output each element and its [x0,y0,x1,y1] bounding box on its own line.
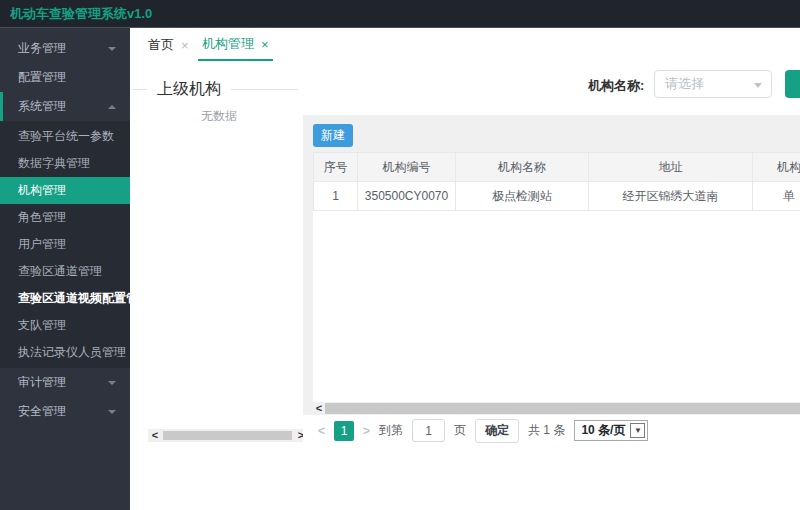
parent-org-legend: 上级机构 [133,80,298,98]
chevron-down-icon [754,83,762,88]
org-table: 序号 机构编号 机构名称 地址 机构 1 350500CY0070 极点检测站 … [313,152,800,211]
col-header-org-name: 机构名称 [456,153,589,182]
cell-seq: 1 [314,182,358,211]
chevron-down-icon: ▼ [630,423,645,438]
app-title: 机动车查验管理系统v1.0 [10,5,152,23]
chevron-down-icon [108,381,116,385]
chevron-down-icon [108,47,116,51]
cell-address: 经开区锦绣大道南 [589,182,753,211]
sidebar-group-label: 安全管理 [18,403,66,420]
scrollbar-thumb[interactable] [163,431,292,440]
table-row[interactable]: 1 350500CY0070 极点检测站 经开区锦绣大道南 单 [314,182,800,211]
select-placeholder: 请选择 [665,71,704,97]
page-size-select[interactable]: 10 条/页 ▼ [574,420,648,441]
tab-home[interactable]: 首页 × [148,29,189,61]
app-header: 机动车查验管理系统v1.0 [0,0,800,28]
tree-horizontal-scrollbar[interactable]: < > [148,429,308,442]
scroll-left-icon[interactable]: < [148,429,162,442]
page-size-value: 10 条/页 [581,422,625,439]
col-header-seq: 序号 [314,153,358,182]
pagination-bar: < 1 > 到第 页 确定 共 1 条 10 条/页 ▼ [303,415,800,446]
sidebar-item-data-dictionary[interactable]: 数据字典管理 [0,150,130,177]
new-button[interactable]: 新建 [313,124,353,147]
goto-page-input[interactable] [412,419,445,442]
sidebar-item-user-management[interactable]: 用户管理 [0,231,130,258]
col-header-org-code: 机构编号 [358,153,456,182]
page-unit-label: 页 [454,422,466,439]
sidebar-item-org-management[interactable]: 机构管理 [0,177,130,204]
col-header-address: 地址 [589,153,753,182]
sidebar-group-label: 业务管理 [18,40,66,57]
search-button[interactable] [785,70,800,98]
divider [231,89,298,90]
tab-bar: 首页 × 机构管理 × [130,28,800,61]
sidebar-group-label: 配置管理 [18,69,66,86]
sidebar-submenu-system: 查验平台统一参数 数据字典管理 机构管理 角色管理 用户管理 查验区通道管理 查… [0,121,130,368]
sidebar-group-security[interactable]: 安全管理 [0,397,130,426]
total-count-label: 共 1 条 [528,422,565,439]
org-name-label: 机构名称: [588,77,644,95]
divider [133,89,147,90]
tab-close-icon[interactable]: × [181,38,189,53]
table-horizontal-scrollbar[interactable]: < [313,402,800,415]
cell-org-name: 极点检测站 [456,182,589,211]
sidebar-group-label: 系统管理 [18,98,66,115]
sidebar-item-role-management[interactable]: 角色管理 [0,204,130,231]
next-page-button[interactable]: > [363,424,370,438]
tab-label: 首页 [148,36,174,54]
sidebar-item-recorder-personnel[interactable]: 执法记录仪人员管理 [0,339,130,366]
tab-org-management[interactable]: 机构管理 × [198,29,273,61]
col-header-org-type: 机构 [753,153,800,182]
tab-label: 机构管理 [202,35,254,53]
sidebar-item-lane-video-config[interactable]: 查验区通道视频配置管理 [0,285,130,312]
parent-org-title: 上级机构 [157,79,221,100]
table-header-row: 序号 机构编号 机构名称 地址 机构 [314,153,800,182]
org-table-panel: 新建 序号 机构编号 机构名称 地址 机构 1 350500CY0070 极点检… [303,115,800,415]
scrollbar-thumb[interactable] [325,403,800,414]
sidebar-group-config[interactable]: 配置管理 [0,63,130,92]
scroll-left-icon[interactable]: < [313,402,325,415]
cell-org-code: 350500CY0070 [358,182,456,211]
sidebar-item-lane-management[interactable]: 查验区通道管理 [0,258,130,285]
org-name-select[interactable]: 请选择 [654,70,772,98]
chevron-down-icon [108,410,116,414]
scrollbar-track[interactable] [162,430,294,441]
sidebar-group-system[interactable]: 系统管理 [0,92,130,121]
sidebar-group-business[interactable]: 业务管理 [0,34,130,63]
sidebar: 业务管理 配置管理 系统管理 查验平台统一参数 数据字典管理 机构管理 角色管理… [0,28,130,510]
tree-empty-text: 无数据 [130,108,308,125]
prev-page-button[interactable]: < [318,424,325,438]
sidebar-item-detachment-management[interactable]: 支队管理 [0,312,130,339]
goto-page-label: 到第 [379,422,403,439]
tab-close-icon[interactable]: × [261,37,269,52]
sidebar-item-platform-params[interactable]: 查验平台统一参数 [0,123,130,150]
sidebar-group-audit[interactable]: 审计管理 [0,368,130,397]
confirm-button[interactable]: 确定 [475,419,519,443]
cell-org-type: 单 [753,182,800,211]
page-1-button[interactable]: 1 [334,421,354,441]
org-table-wrapper: 序号 机构编号 机构名称 地址 机构 1 350500CY0070 极点检测站 … [313,152,800,402]
sidebar-group-label: 审计管理 [18,374,66,391]
chevron-up-icon [108,105,116,109]
